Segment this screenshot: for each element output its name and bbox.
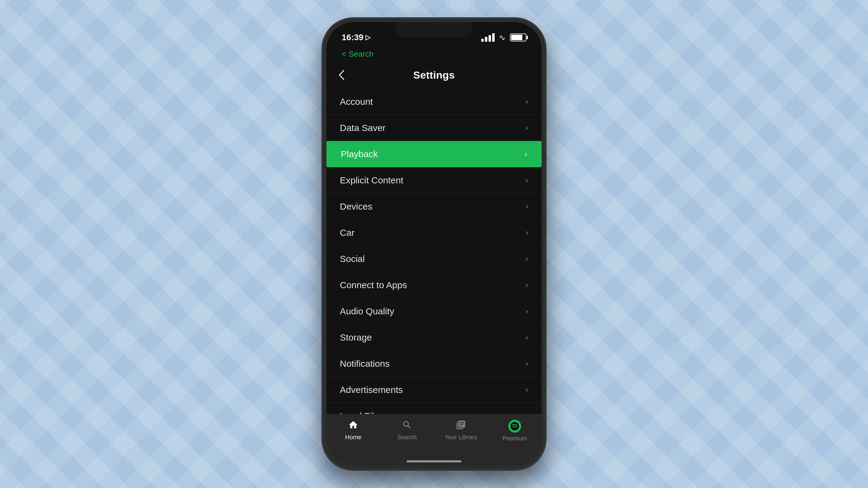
- settings-item-label-notifications: Notifications: [340, 359, 390, 369]
- tab-premium[interactable]: Premium: [488, 420, 542, 442]
- settings-item-storage[interactable]: Storage›: [327, 324, 541, 351]
- tab-library-label: Your Library: [445, 434, 477, 441]
- settings-item-label-devices: Devices: [340, 201, 372, 212]
- settings-item-label-advertisements: Advertisements: [340, 385, 403, 395]
- settings-item-account[interactable]: Account›: [327, 89, 541, 115]
- search-icon: [402, 420, 412, 431]
- settings-item-label-account: Account: [340, 97, 373, 107]
- chevron-right-icon: ›: [525, 333, 528, 342]
- tab-bar: Home Search Your: [327, 414, 541, 457]
- settings-item-advertisements[interactable]: Advertisements›: [327, 377, 541, 403]
- wifi-icon: ∿: [499, 33, 506, 42]
- status-icons: ∿: [481, 33, 526, 42]
- nav-header: Settings: [327, 61, 541, 89]
- tab-your-library[interactable]: Your Library: [434, 420, 488, 441]
- chevron-right-icon: ›: [525, 280, 528, 290]
- battery-icon: [510, 33, 526, 41]
- tab-home-label: Home: [345, 434, 362, 441]
- home-bar: [407, 460, 461, 462]
- spotify-icon: [508, 420, 521, 432]
- settings-item-label-audio-quality: Audio Quality: [340, 306, 394, 317]
- chevron-right-icon: ›: [525, 254, 528, 263]
- settings-item-label-playback: Playback: [341, 149, 378, 159]
- back-button[interactable]: [339, 70, 345, 80]
- settings-item-playback[interactable]: Playback›: [327, 141, 541, 167]
- location-icon: ▷: [365, 33, 371, 41]
- phone-frame: 16:39 ▷ ∿: [323, 19, 545, 469]
- signal-bar-3: [489, 35, 491, 42]
- settings-item-devices[interactable]: Devices›: [327, 193, 541, 220]
- chevron-right-icon: ›: [525, 175, 528, 185]
- settings-item-connect-to-apps[interactable]: Connect to Apps›: [327, 272, 541, 298]
- chevron-right-icon: ›: [525, 202, 528, 211]
- chevron-right-icon: ›: [525, 97, 528, 106]
- tab-search[interactable]: Search: [380, 420, 434, 441]
- back-label-bar: < Search: [327, 46, 541, 61]
- settings-item-label-explicit-content: Explicit Content: [340, 175, 403, 186]
- signal-bar-1: [481, 39, 484, 42]
- tab-premium-label: Premium: [503, 435, 527, 442]
- chevron-right-icon: ›: [525, 306, 528, 316]
- settings-item-label-car: Car: [340, 228, 354, 238]
- home-icon: [348, 420, 359, 431]
- settings-item-data-saver[interactable]: Data Saver›: [327, 115, 541, 141]
- time-display: 16:39: [342, 33, 364, 42]
- tab-search-label: Search: [397, 434, 416, 441]
- chevron-right-icon: ›: [525, 123, 528, 132]
- signal-bars: [481, 33, 495, 42]
- chevron-right-icon: ›: [525, 359, 528, 368]
- settings-item-social[interactable]: Social›: [327, 246, 541, 272]
- settings-item-car[interactable]: Car›: [327, 220, 541, 246]
- settings-item-label-local-files: Local Files: [340, 411, 383, 414]
- back-button-label[interactable]: < Search: [342, 50, 374, 59]
- home-indicator: [327, 457, 541, 466]
- settings-list: Account›Data Saver›Playback›Explicit Con…: [327, 89, 541, 414]
- battery-fill: [511, 35, 522, 40]
- signal-bar-4: [492, 33, 495, 42]
- chevron-right-icon: ›: [525, 411, 528, 414]
- chevron-right-icon: ›: [525, 385, 528, 394]
- chevron-right-icon: ›: [525, 150, 527, 159]
- phone-notch: [396, 22, 472, 37]
- settings-item-explicit-content[interactable]: Explicit Content›: [327, 167, 541, 193]
- tab-home[interactable]: Home: [327, 420, 380, 441]
- settings-item-label-connect-to-apps: Connect to Apps: [340, 280, 407, 290]
- settings-item-label-social: Social: [340, 254, 365, 264]
- settings-item-notifications[interactable]: Notifications›: [327, 351, 541, 377]
- signal-bar-2: [485, 37, 487, 42]
- settings-item-audio-quality[interactable]: Audio Quality›: [327, 298, 541, 324]
- settings-item-label-data-saver: Data Saver: [340, 123, 385, 133]
- library-icon: [456, 420, 466, 431]
- chevron-right-icon: ›: [525, 228, 528, 237]
- settings-item-local-files[interactable]: Local Files›: [327, 403, 541, 414]
- page-title: Settings: [413, 69, 455, 81]
- settings-item-label-storage: Storage: [340, 332, 372, 343]
- status-time: 16:39 ▷: [342, 33, 371, 42]
